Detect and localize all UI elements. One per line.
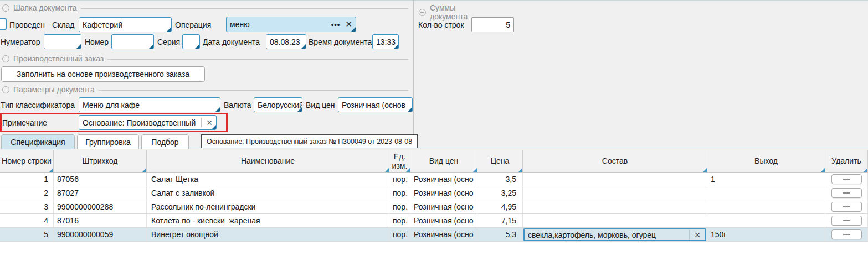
column-header-output[interactable]: Выход: [707, 150, 825, 172]
cell-price[interactable]: 4,95: [477, 200, 523, 214]
series-field[interactable]: [182, 34, 200, 49]
minus-icon: [843, 179, 850, 180]
spec-table-body: 1 87056 Салат Щетка пор. Розничная (осно…: [0, 173, 868, 242]
cell-output[interactable]: 150г: [707, 228, 825, 242]
note-label: Примечание: [2, 118, 47, 127]
cell-composition[interactable]: [523, 200, 707, 214]
classifier-type-label: Тип классификатора: [1, 101, 75, 109]
column-header-price-type[interactable]: Вид цен: [410, 150, 477, 172]
cell-delete: [825, 214, 868, 228]
cell-unit[interactable]: пор.: [389, 200, 410, 214]
cell-name[interactable]: Рассольник по-ленинградски: [147, 200, 389, 214]
column-header-price[interactable]: Цена: [477, 150, 523, 172]
cell-barcode[interactable]: 87056: [54, 173, 147, 186]
clear-icon[interactable]: ✕: [689, 229, 705, 240]
table-row[interactable]: 4 87016 Котлета по - киевски жареная пор…: [0, 214, 868, 228]
classifier-type-field[interactable]: Меню для кафе: [79, 97, 220, 112]
warehouse-field[interactable]: Кафетерий: [79, 17, 172, 32]
cell-price-type[interactable]: Розничная (осно: [410, 173, 477, 186]
cell-barcode[interactable]: 87016: [54, 214, 147, 228]
tab-grouping[interactable]: Группировка: [77, 134, 139, 149]
price-type-field[interactable]: Розничная (основ: [338, 97, 413, 112]
document-time-field[interactable]: 13:33: [372, 34, 399, 49]
column-header-unit[interactable]: Ед. изм.: [389, 150, 410, 172]
numerator-field[interactable]: [44, 34, 81, 49]
collapse-icon[interactable]: [419, 9, 426, 16]
collapse-icon[interactable]: [2, 4, 9, 12]
cell-price[interactable]: 3,5: [477, 173, 523, 186]
cell-unit[interactable]: пор.: [389, 214, 410, 228]
collapse-icon[interactable]: [2, 86, 9, 93]
cell-output[interactable]: [707, 186, 825, 200]
collapse-icon[interactable]: [2, 55, 9, 62]
column-header-delete[interactable]: Удалить: [825, 150, 868, 172]
cell-price-type[interactable]: Розничная (осно: [410, 228, 477, 242]
cell-output[interactable]: [707, 214, 825, 228]
delete-row-button[interactable]: [831, 174, 862, 184]
delete-row-button[interactable]: [831, 216, 862, 226]
table-row[interactable]: 5 9900000000059 Винегрет овощной пор. Ро…: [0, 228, 868, 242]
tab-selection[interactable]: Подбор: [141, 134, 189, 149]
table-row[interactable]: 1 87056 Салат Щетка пор. Розничная (осно…: [0, 173, 868, 186]
minus-icon: [843, 234, 850, 235]
document-date-label: Дата документа: [203, 38, 260, 46]
group-divider-line: [81, 8, 408, 9]
field-corner-icon: [195, 44, 199, 49]
column-header-composition[interactable]: Состав: [523, 150, 707, 172]
cell-price[interactable]: 5,3: [477, 228, 523, 242]
cell-composition[interactable]: свекла,картофель, морковь, огурец ✕: [523, 228, 707, 242]
cell-unit[interactable]: пор.: [389, 173, 410, 186]
posted-checkbox[interactable]: [0, 18, 7, 30]
fill-from-production-order-button[interactable]: Заполнить на основе производственного за…: [1, 66, 205, 82]
field-corner-icon: [149, 44, 153, 49]
cell-composition[interactable]: [523, 186, 707, 200]
rows-count-field[interactable]: 5: [471, 17, 514, 32]
group-divider-line: [99, 90, 408, 91]
currency-label: Валюта: [224, 101, 251, 109]
cell-barcode[interactable]: 87027: [54, 186, 147, 200]
delete-row-button[interactable]: [831, 202, 862, 212]
document-date-field[interactable]: 08.08.23: [266, 34, 306, 49]
column-header-row-number[interactable]: Номер строки: [0, 150, 54, 172]
delete-row-button[interactable]: [831, 188, 862, 198]
table-row[interactable]: 3 9900000000288 Рассольник по-ленинградс…: [0, 200, 868, 214]
delete-row-button[interactable]: [831, 229, 862, 239]
cell-unit[interactable]: пор.: [389, 186, 410, 200]
cell-barcode[interactable]: 9900000000059: [54, 228, 147, 242]
cell-delete: [825, 173, 868, 186]
cell-price-type[interactable]: Розничная (осно: [410, 214, 477, 228]
cell-price[interactable]: 7,15: [477, 214, 523, 228]
column-header-barcode[interactable]: Штрихкод: [54, 150, 147, 172]
field-corner-icon: [297, 107, 302, 112]
window-top-divider: [0, 0, 868, 1]
table-row[interactable]: 2 87027 Салат с заливкой пор. Розничная …: [0, 186, 868, 200]
cell-name[interactable]: Салат с заливкой: [147, 186, 389, 200]
cell-name[interactable]: Котлета по - киевски жареная: [147, 214, 389, 228]
cell-barcode[interactable]: 9900000000288: [54, 200, 147, 214]
field-corner-icon: [215, 107, 220, 112]
cell-price[interactable]: 3,25: [477, 186, 523, 200]
numerator-label: Нумератор: [1, 38, 40, 46]
number-field[interactable]: [111, 34, 154, 49]
note-field[interactable]: Основание: Производственный ✕: [79, 115, 217, 130]
group-header-production-order: Производственный заказ: [2, 54, 408, 63]
composition-editor[interactable]: свекла,картофель, морковь, огурец ✕: [523, 228, 706, 241]
cell-composition[interactable]: [523, 173, 707, 186]
cell-price-type[interactable]: Розничная (осно: [410, 186, 477, 200]
cell-name[interactable]: Винегрет овощной: [147, 228, 389, 242]
cell-output[interactable]: 1: [707, 173, 825, 186]
cell-composition[interactable]: [523, 214, 707, 228]
column-header-name[interactable]: Наименование: [147, 150, 389, 172]
clear-icon[interactable]: ✕: [201, 118, 213, 128]
cell-output[interactable]: [707, 200, 825, 214]
minus-icon: [843, 206, 850, 207]
tab-specification[interactable]: Спецификация: [1, 134, 75, 149]
field-corner-icon: [167, 27, 171, 32]
operation-field[interactable]: меню ••• ✕: [226, 17, 356, 32]
cell-name[interactable]: Салат Щетка: [147, 173, 389, 186]
cell-price-type[interactable]: Розничная (осно: [410, 200, 477, 214]
minus-icon: [843, 220, 850, 221]
more-icon[interactable]: •••: [331, 20, 341, 29]
currency-field[interactable]: Белорусский: [254, 97, 302, 112]
cell-unit[interactable]: пор.: [389, 228, 410, 242]
